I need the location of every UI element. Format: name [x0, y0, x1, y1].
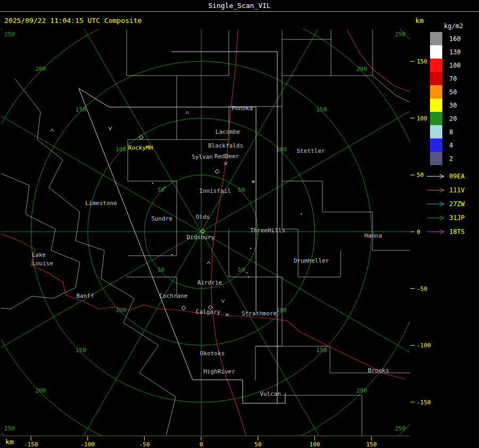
- place-label: Didsbury: [187, 234, 215, 241]
- scale-value: 30: [449, 102, 457, 109]
- radar-entry: 27ZW: [426, 197, 479, 211]
- place-label: Drumheller: [294, 257, 329, 264]
- place-label: Brooks: [368, 367, 389, 374]
- scale-swatch: [430, 32, 442, 45]
- scale-entry: 160: [426, 32, 479, 45]
- place-label: Ponoka: [232, 105, 253, 112]
- y-axis-tick-label: -50: [417, 286, 427, 292]
- scale-value: 20: [449, 115, 457, 123]
- scale-entry: 8: [426, 125, 479, 139]
- star-marker: [252, 180, 255, 183]
- place-label: Sundre: [151, 215, 172, 222]
- place-label: Louise: [32, 260, 53, 267]
- county-boundary: [282, 30, 331, 39]
- ring-distance-label: 250: [4, 425, 15, 432]
- scale-value: 8: [449, 128, 453, 136]
- ring-distance-label: 150: [76, 106, 86, 113]
- scale-entry: 4: [426, 139, 479, 152]
- ring-distance-label: 150: [76, 347, 86, 354]
- scale-value: 70: [449, 75, 457, 83]
- radar-arrow-icon: [426, 173, 447, 180]
- place-label: ThreeHills: [250, 227, 285, 234]
- place-label: Calgary: [196, 308, 221, 315]
- caret-marker: [51, 129, 54, 132]
- scan-timestamp: 2025/09/22 11:04:15 UTC Composite: [4, 17, 142, 25]
- place-label: Stettler: [297, 148, 325, 154]
- scale-entry: 20: [426, 112, 479, 125]
- radar-id: 18TS: [449, 228, 465, 235]
- ring-distance-label: 50: [158, 186, 164, 193]
- ring-distance-label: 200: [35, 387, 46, 394]
- county-boundary: [282, 181, 410, 250]
- ring-distance-label: 150: [316, 347, 327, 354]
- radar-coverage-outline: [109, 107, 256, 311]
- legend-unit: kg/m2: [444, 22, 479, 30]
- dot-marker: [301, 214, 302, 215]
- radar-arrow-icon: [426, 214, 447, 222]
- azimuth-spoke: [0, 67, 201, 232]
- radar-list: 09EA111V27ZW31JP18TS: [426, 169, 479, 239]
- place-label: Blackfalds: [208, 142, 243, 149]
- radar-id: 31JP: [449, 214, 465, 222]
- scale-swatch: [430, 99, 442, 112]
- radar-id: 09EA: [449, 173, 465, 180]
- place-label: Sylvan: [192, 153, 213, 160]
- place-label: Innisfail: [199, 188, 231, 194]
- x-axis-unit: km: [5, 438, 14, 446]
- place-label: Banff: [76, 292, 94, 299]
- radar-entry: 18TS: [426, 225, 479, 239]
- azimuth-spoke: [36, 232, 201, 448]
- place-label: Vulcan: [260, 390, 281, 397]
- radar-arrow-icon: [426, 186, 447, 194]
- ring-distance-label: 250: [395, 31, 406, 38]
- place-label: RedDeer: [214, 153, 240, 160]
- scale-entry: 130: [426, 45, 479, 59]
- ring-distance-label: 200: [357, 387, 367, 394]
- x-axis-tick-label: 50: [254, 441, 261, 448]
- dot-marker: [248, 276, 249, 278]
- county-boundary: [127, 30, 177, 140]
- radar-id: 111V: [449, 186, 465, 194]
- county-boundary: [177, 30, 229, 76]
- county-boundary: [282, 395, 362, 436]
- scale-swatch: [430, 152, 442, 165]
- y-axis-tick-label: -150: [417, 399, 431, 406]
- dot-marker: [171, 254, 172, 255]
- diamond-marker: [215, 169, 219, 174]
- scale-swatch: [430, 85, 442, 99]
- place-label: Limestone: [85, 200, 117, 207]
- scale-swatch: [430, 45, 442, 59]
- range-ring: [0, 0, 479, 448]
- vee-marker: [221, 299, 225, 303]
- county-boundary: [282, 39, 331, 76]
- ring-distance-label: 100: [276, 146, 287, 153]
- scale-swatch: [430, 125, 442, 139]
- window-title: Single_Scan_VIL: [208, 2, 270, 10]
- place-label: RockyMH: [128, 144, 153, 151]
- legend-panel: kg/m2 16013010070503020842 09EA111V27ZW3…: [426, 22, 479, 239]
- ring-distance-label: 50: [158, 266, 164, 273]
- azimuth-spoke: [201, 0, 366, 232]
- ring-distance-label: 100: [115, 146, 126, 153]
- ring-distance-label: 150: [316, 106, 327, 113]
- place-label: Lake: [32, 251, 46, 258]
- info-bar: 2025/09/22 11:04:15 UTC Composite km: [0, 17, 479, 25]
- radar-arrow-icon: [426, 200, 447, 208]
- scale-swatch: [430, 59, 442, 72]
- dot-marker: [152, 183, 153, 184]
- scale-entry: 70: [426, 72, 479, 85]
- place-label: HighRiver: [203, 368, 235, 375]
- ring-distance-label: 50: [238, 266, 245, 273]
- scale-swatch: [430, 72, 442, 85]
- place-label: Airdrie: [197, 279, 222, 286]
- scale-value: 100: [449, 62, 461, 69]
- place-label: Hanna: [364, 232, 382, 239]
- x-axis-tick-label: 0: [200, 441, 203, 448]
- radar-entry: 111V: [426, 183, 479, 197]
- dot-marker: [246, 272, 247, 273]
- scale-swatch: [430, 112, 442, 125]
- scale-entry: 50: [426, 85, 479, 99]
- ring-distance-label: 50: [238, 186, 245, 193]
- radar-map[interactable]: 5050505010010010010015015015015020020020…: [0, 0, 479, 448]
- scale-value: 50: [449, 88, 457, 96]
